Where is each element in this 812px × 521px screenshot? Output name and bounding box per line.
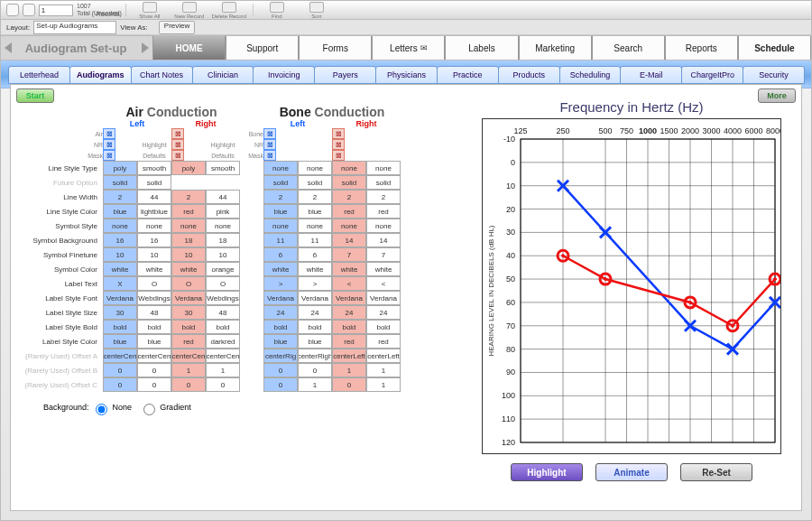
setting-cell[interactable]: centerCen [206,349,240,363]
setting-cell[interactable]: blue [103,334,137,349]
setting-cell[interactable]: O [206,276,240,291]
setting-cell[interactable]: 24 [332,305,366,320]
setting-cell[interactable]: 2 [263,190,298,204]
setting-cell[interactable]: 6 [263,247,298,262]
setting-cell[interactable]: 10 [103,247,137,262]
setting-cell[interactable]: white [171,262,206,276]
setting-cell[interactable]: solid [263,175,298,190]
setting-cell[interactable]: orange [206,262,240,276]
setting-cell[interactable]: 0 [103,363,137,377]
setting-cell[interactable]: red [366,204,401,219]
setting-cell[interactable]: 10 [206,247,240,262]
setting-cell[interactable]: 0 [206,377,240,392]
animate-button[interactable]: Animate [595,463,668,481]
setting-cell[interactable]: Verdana [171,291,206,305]
setting-cell[interactable]: 16 [103,233,137,247]
setting-cell[interactable]: 24 [263,305,298,320]
bg-none-radio[interactable]: None [91,403,132,412]
setting-cell[interactable]: 2 [103,190,137,204]
setting-cell[interactable]: darkred [206,334,240,349]
setting-cell[interactable]: 7 [332,247,366,262]
setting-cell[interactable]: bold [206,320,240,334]
subtab-chargeitpro[interactable]: ChargeItPro [681,66,743,84]
subtab-email[interactable]: E-Mail [620,66,682,84]
setting-cell[interactable]: centerCen [171,349,206,363]
setting-cell[interactable]: bold [332,320,366,334]
setting-cell[interactable]: none [137,219,171,233]
setting-cell[interactable]: 16 [137,233,171,247]
new-record-button[interactable]: New Record [171,2,208,19]
tab-support[interactable]: Support [226,36,299,60]
setting-cell[interactable]: none [171,219,206,233]
setting-cell[interactable]: none [263,219,298,233]
setting-cell[interactable]: solid [137,175,171,190]
subtab-scheduling[interactable]: Scheduling [559,66,622,84]
setting-cell[interactable]: 0 [332,377,366,392]
setting-cell[interactable]: 10 [171,247,206,262]
setting-cell[interactable]: 0 [171,377,206,392]
setting-cell[interactable]: white [366,262,401,276]
setting-cell[interactable]: 48 [206,305,240,320]
setting-cell[interactable]: smooth [206,161,240,175]
setting-cell[interactable]: none [366,161,401,175]
setting-cell[interactable]: white [137,262,171,276]
setting-cell[interactable]: blue [263,334,298,349]
setting-cell[interactable]: 44 [206,190,240,204]
setting-cell[interactable]: 10 [137,247,171,262]
setting-cell[interactable]: red [332,204,366,219]
subtab-invoicing[interactable]: Invoicing [253,66,315,84]
setting-cell[interactable]: none [263,161,298,175]
subtab-letterhead[interactable]: Letterhead [8,66,70,84]
setting-cell[interactable]: solid [298,175,332,190]
setting-cell[interactable]: 1 [171,363,206,377]
nav-right-icon[interactable] [142,42,149,53]
setting-cell[interactable]: blue [137,334,171,349]
setting-cell[interactable]: O [171,276,206,291]
setting-cell[interactable]: > [298,276,332,291]
show-all-button[interactable]: Show All [132,2,168,19]
setting-cell[interactable]: poly [171,161,206,175]
setting-cell[interactable]: 18 [171,233,206,247]
setting-cell[interactable]: Webdings [137,291,171,305]
nav-left-icon[interactable] [5,42,12,53]
setting-cell[interactable]: 1 [206,363,240,377]
setting-cell[interactable]: bold [366,320,401,334]
setting-cell[interactable]: 1 [332,363,366,377]
setting-cell[interactable]: smooth [137,161,171,175]
setting-cell[interactable]: centerLeft [366,349,401,363]
setting-cell[interactable]: 11 [298,233,332,247]
setting-cell[interactable]: 0 [137,377,171,392]
setting-cell[interactable]: pink [206,204,240,219]
more-button[interactable]: More [758,88,796,103]
forward-icon[interactable] [23,4,35,16]
subtab-practice[interactable]: Practice [437,66,499,84]
setting-cell[interactable]: Verdana [332,291,366,305]
setting-cell[interactable]: 2 [298,190,332,204]
setting-cell[interactable]: 30 [103,305,137,320]
setting-cell[interactable]: solid [332,175,366,190]
setting-cell[interactable]: blue [103,204,137,219]
setting-cell[interactable]: blue [298,334,332,349]
setting-cell[interactable]: bold [137,320,171,334]
subtab-chart-notes[interactable]: Chart Notes [131,66,193,84]
setting-cell[interactable]: 24 [366,305,401,320]
setting-cell[interactable]: red [332,334,366,349]
setting-cell[interactable]: centerLeft [332,349,366,363]
setting-cell[interactable]: Verdana [103,291,137,305]
setting-cell[interactable]: 2 [171,190,206,204]
setting-cell[interactable]: 0 [298,363,332,377]
setting-cell[interactable]: 14 [366,233,401,247]
setting-cell[interactable]: < [366,276,401,291]
setting-cell[interactable]: Verdana [366,291,401,305]
setting-cell[interactable]: Verdana [263,291,298,305]
setting-cell[interactable]: none [298,219,332,233]
tab-search[interactable]: Search [592,36,665,60]
setting-cell[interactable]: 1 [298,377,332,392]
setting-cell[interactable]: centerRigh [298,349,332,363]
setting-cell[interactable]: 0 [137,363,171,377]
tab-schedule[interactable]: Schedule [738,36,811,60]
sort-button[interactable]: Sort [299,2,335,19]
highlight-button[interactable]: Highlight [511,463,583,481]
subtab-audiograms[interactable]: Audiograms [69,66,132,84]
setting-cell[interactable]: > [263,276,298,291]
